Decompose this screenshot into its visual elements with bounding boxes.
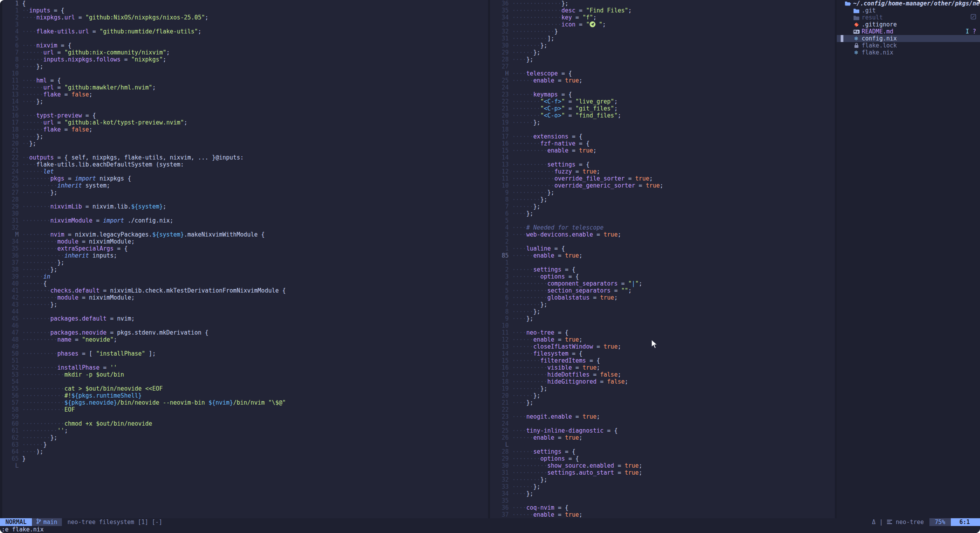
neo-tree-item-flake-lock[interactable]: flake.lock [837, 42, 980, 49]
code-line[interactable]: 33··············icon = " "; [490, 21, 835, 28]
code-line[interactable]: 31········nixvimModule = import ./config… [0, 217, 488, 224]
code-line[interactable]: 7······}; [490, 203, 835, 210]
code-line[interactable]: 21········"<C-p>" = "git_files"; [490, 105, 835, 112]
code-line[interactable]: 37··········}; [0, 259, 488, 266]
code-line[interactable]: 29········nixvimLib = nixvim.lib.${syste… [0, 203, 488, 210]
code-line[interactable]: 25········pkgs = import nixpkgs { [0, 175, 488, 182]
code-line[interactable]: 11····neo-tree = { [490, 329, 835, 336]
code-line[interactable]: 15··········enable = true; [490, 147, 835, 154]
code-line[interactable]: 36··············}; [490, 0, 835, 7]
code-line[interactable]: 10············override_generic_sorter = … [490, 182, 835, 189]
code-line[interactable]: 2 [490, 238, 835, 245]
neo-tree-item-readme-md[interactable]: README.mdI? [837, 28, 980, 35]
code-line[interactable]: 52··········installPhase = '' [0, 364, 488, 371]
code-line[interactable]: 50··········phases = [ "installPhase" ]; [0, 350, 488, 357]
neo-tree-item-result[interactable]: result [837, 14, 980, 21]
code-line[interactable]: 47········packages.neovide = pkgs.stdenv… [0, 329, 488, 336]
code-line[interactable]: 22 [490, 406, 835, 413]
code-line[interactable]: 58············EOF [0, 406, 488, 413]
code-line[interactable]: 8······inputs.nixpkgs.follows = "nixpkgs… [0, 56, 488, 63]
code-line[interactable]: 42··········module = nixvimModule; [0, 294, 488, 301]
code-line[interactable]: 8········}; [490, 196, 835, 203]
code-line[interactable]: 30 [0, 210, 488, 217]
code-line[interactable]: 54 [0, 378, 488, 385]
code-line[interactable]: 19······}; [490, 119, 835, 126]
code-line[interactable]: 44 [0, 308, 488, 315]
neo-tree-item-flake-nix[interactable]: ❄flake.nix [837, 49, 980, 56]
code-line[interactable]: 21····}; [490, 399, 835, 406]
code-line[interactable]: 6····nixvim = { [0, 42, 488, 49]
code-line[interactable]: 4····# Needed for telescope [490, 224, 835, 231]
code-line[interactable]: 13······closeIfLastWindow = true; [490, 343, 835, 350]
code-line[interactable]: 1····lualine = { [490, 245, 835, 252]
code-line[interactable]: 24······let [0, 168, 488, 175]
code-line[interactable]: L [0, 462, 488, 469]
code-line[interactable]: 62········}; [0, 434, 488, 441]
code-line[interactable]: 1 [490, 259, 835, 266]
code-line[interactable]: 32········}; [490, 476, 835, 483]
code-line[interactable]: 33······}; [490, 483, 835, 490]
code-line[interactable]: 29········options = { [490, 455, 835, 462]
code-line[interactable]: 48··········name = "neovide"; [0, 336, 488, 343]
code-line[interactable]: 28····}; [490, 56, 835, 63]
code-line[interactable]: 17··········hideDotfiles = false; [490, 371, 835, 378]
code-line[interactable]: 16····typst-preview = { [0, 112, 488, 119]
code-line[interactable]: 17······url = "github:al-kot/typst-previ… [0, 119, 488, 126]
code-line[interactable]: 30········}; [490, 42, 835, 49]
code-line[interactable]: 43········}; [0, 301, 488, 308]
code-line[interactable]: 2······settings = { [490, 266, 835, 273]
code-line[interactable]: 6····}; [490, 210, 835, 217]
code-line[interactable]: 1··inputs = { [0, 7, 488, 14]
code-line[interactable]: 12······enable = true; [490, 336, 835, 343]
code-line[interactable]: 22··outputs = { self, nixpkgs, flake-uti… [0, 154, 488, 161]
code-line[interactable]: 5 [490, 217, 835, 224]
code-line[interactable]: 59 [0, 413, 488, 420]
code-line[interactable]: 40······{ [0, 280, 488, 287]
code-line[interactable]: 45········packages.default = nvim; [0, 315, 488, 322]
code-line[interactable]: 18······flake = false; [0, 126, 488, 133]
neo-tree-panel[interactable]: ~/.config/home-manager/other/pkgs/ne.git… [837, 0, 980, 518]
code-line[interactable]: 51 [0, 357, 488, 364]
code-line[interactable]: 31··········settings.auto_start = true; [490, 469, 835, 476]
code-line[interactable]: 14······filesystem = { [490, 350, 835, 357]
code-line[interactable]: 12······url = "github:mawkler/hml.nvim"; [0, 84, 488, 91]
code-line[interactable]: 57············${pkgs.neovide}/bin/neovid… [0, 399, 488, 406]
code-line[interactable]: 18··········hideGitignored = false; [490, 378, 835, 385]
code-line[interactable]: 14 [490, 154, 835, 161]
code-line[interactable]: 11····hml = { [0, 77, 488, 84]
code-line[interactable]: 64····); [0, 448, 488, 455]
code-line[interactable]: 24 [490, 84, 835, 91]
code-line[interactable]: 36····coq-nvim = { [490, 504, 835, 511]
code-line[interactable]: 28 [0, 196, 488, 203]
code-line[interactable]: 38········}; [0, 266, 488, 273]
code-line[interactable]: 36············inherit inputs; [0, 252, 488, 259]
code-line[interactable]: 25······enable = true; [490, 77, 835, 84]
code-line[interactable]: 53············mkdir -p $out/bin [0, 371, 488, 378]
code-line[interactable]: 7······url = "github:nix-community/nixvi… [0, 49, 488, 56]
code-line[interactable]: 56············#!${pkgs.runtimeShell} [0, 392, 488, 399]
code-line[interactable]: 6··········globalstatus = true; [490, 294, 835, 301]
code-line[interactable]: 23····neogit.enable = true; [490, 413, 835, 420]
neo-tree-item--git[interactable]: .git [837, 7, 980, 14]
code-line[interactable]: 16········fzf-native = { [490, 140, 835, 147]
code-line[interactable]: 15 [0, 105, 488, 112]
code-line[interactable]: 23······keymaps = { [490, 91, 835, 98]
code-line[interactable]: 27 [490, 63, 835, 70]
code-line[interactable]: 46 [0, 322, 488, 329]
code-line[interactable]: 34··············key = "f"; [490, 14, 835, 21]
code-line[interactable]: 20······}; [490, 392, 835, 399]
code-line[interactable]: 18 [490, 126, 835, 133]
editor-pane-flake-nix[interactable]: 1{1··inputs = {2····nixpkgs.url = "githu… [0, 0, 488, 518]
code-line[interactable]: M········nvim = nixvim.legacyPackages.${… [0, 231, 488, 238]
code-line[interactable]: 12············fuzzy = true; [490, 168, 835, 175]
code-line[interactable]: 1{ [0, 0, 488, 7]
code-line[interactable]: 16··········visible = true; [490, 364, 835, 371]
code-line[interactable]: 7········}; [490, 301, 835, 308]
code-line[interactable]: 2····nixpkgs.url = "github:NixOS/nixpkgs… [0, 14, 488, 21]
code-line[interactable]: 65} [0, 455, 488, 462]
code-line[interactable]: 15········filteredItems = { [490, 357, 835, 364]
code-line[interactable]: 17······extensions = { [490, 133, 835, 140]
code-line[interactable]: 55············cat > $out/bin/neovide <<E… [0, 385, 488, 392]
code-line[interactable]: 9····}; [490, 315, 835, 322]
code-line[interactable]: 29······}; [490, 49, 835, 56]
